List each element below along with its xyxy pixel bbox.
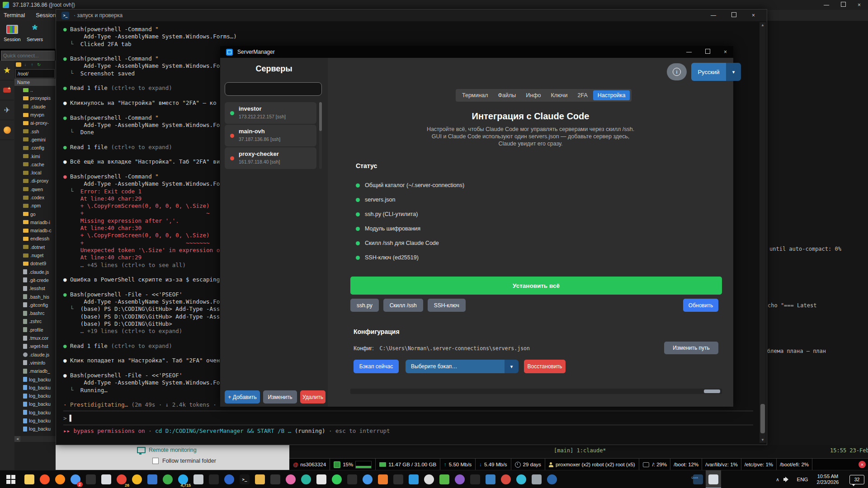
mobaxterm-close-button[interactable]: × bbox=[858, 2, 861, 8]
file-row[interactable]: .qwen bbox=[14, 185, 56, 193]
terminal-close-button[interactable]: × bbox=[752, 12, 755, 19]
taskbar-blue-app-4[interactable] bbox=[483, 470, 498, 488]
file-row[interactable]: log_backu bbox=[14, 375, 56, 383]
servermanager-close-button[interactable]: × bbox=[724, 49, 727, 55]
file-row[interactable]: .kimi bbox=[14, 152, 56, 160]
server-search-input[interactable] bbox=[225, 82, 322, 96]
taskbar-cyan-app[interactable] bbox=[514, 470, 529, 488]
taskbar-dark-app-1[interactable] bbox=[83, 470, 99, 488]
taskbar-green-app-2[interactable] bbox=[437, 470, 452, 488]
config-horizontal-scrollbar[interactable] bbox=[350, 389, 722, 394]
file-row[interactable]: .cache bbox=[14, 160, 56, 169]
edit-server-button[interactable]: Изменить bbox=[263, 390, 297, 404]
file-row[interactable]: .bashrc bbox=[14, 309, 56, 317]
notification-center-icon[interactable]: 32 bbox=[849, 475, 864, 484]
taskbar-chrome[interactable]: 2 bbox=[68, 470, 83, 488]
component-button-Скилл /ssh[interactable]: Скилл /ssh bbox=[383, 299, 423, 312]
scroll-left-arrow[interactable]: ◄ bbox=[14, 436, 20, 442]
taskbar-white-app-2[interactable] bbox=[421, 470, 437, 488]
file-row[interactable]: .config bbox=[14, 144, 56, 152]
file-row[interactable]: go bbox=[14, 210, 56, 218]
file-row[interactable]: dotnet9 bbox=[14, 259, 56, 267]
taskbar-terminal-app[interactable]: >_ bbox=[237, 470, 252, 488]
taskbar-gray-app-1[interactable] bbox=[191, 470, 206, 488]
taskbar-file-explorer[interactable] bbox=[22, 470, 37, 488]
servermanager-maximize-button[interactable] bbox=[705, 49, 710, 54]
taskbar-blue-app-2[interactable] bbox=[222, 470, 237, 488]
restore-button[interactable]: Восстановить bbox=[524, 360, 566, 373]
component-button-ssh.py[interactable]: ssh.py bbox=[350, 299, 379, 312]
file-row[interactable]: .git-crede bbox=[14, 276, 56, 284]
terminal-titlebar[interactable]: >_ · запуск и проверка — × bbox=[56, 9, 767, 21]
servermanager-titlebar[interactable]: ServerManager — × bbox=[220, 46, 733, 58]
file-row[interactable]: myvpn bbox=[14, 111, 56, 119]
terminal-scrollbar[interactable]: ▲ ▼ bbox=[760, 22, 766, 443]
file-row[interactable]: .bash_his bbox=[14, 292, 56, 300]
file-row[interactable]: .ssh bbox=[14, 127, 56, 135]
terminal-scroll-thumb[interactable] bbox=[760, 404, 765, 433]
taskbar-quick-connect-app[interactable]: Quick bbox=[690, 470, 706, 488]
taskbar-pink-app[interactable] bbox=[283, 470, 298, 488]
favorites-button[interactable]: ★ bbox=[0, 61, 14, 80]
follow-terminal-checkbox-row[interactable]: Follow terminal folder bbox=[152, 458, 216, 464]
taskbar-dark-app-6[interactable] bbox=[467, 470, 483, 488]
remote-monitoring-toggle[interactable]: Remote monitoring bbox=[137, 447, 197, 453]
taskbar-whatsapp[interactable] bbox=[329, 470, 344, 488]
taskbar-orange-app[interactable] bbox=[375, 470, 391, 488]
folder-up-icon[interactable] bbox=[16, 62, 21, 67]
taskbar-green-app-1[interactable] bbox=[160, 470, 175, 488]
file-row[interactable]: .wget-hst bbox=[14, 342, 56, 350]
file-row[interactable]: .mariadb_ bbox=[14, 367, 56, 375]
terminal-prompt[interactable]: > ▌ bbox=[63, 413, 753, 422]
tab-2FA[interactable]: 2FA bbox=[573, 90, 592, 100]
file-row[interactable]: log_backu bbox=[14, 425, 56, 433]
file-row[interactable]: .nuget bbox=[14, 251, 56, 259]
refresh-button[interactable]: Обновить bbox=[683, 299, 718, 312]
servermanager-minimize-button[interactable]: — bbox=[686, 49, 692, 55]
follow-terminal-checkbox[interactable] bbox=[152, 458, 159, 464]
upload-icon[interactable]: ↑ bbox=[29, 62, 35, 67]
network-button[interactable] bbox=[0, 120, 14, 140]
sftp-name-header[interactable]: Name bbox=[14, 79, 56, 86]
change-path-button[interactable]: Изменить путь bbox=[664, 342, 718, 354]
server-list-scrollbar[interactable] bbox=[319, 102, 322, 169]
tray-clock[interactable]: 10:55 AM 2/23/2026 bbox=[811, 474, 845, 485]
server-card-proxy-checker[interactable]: proxy-checker161.97.118.40 [ssh] bbox=[225, 147, 316, 169]
file-row[interactable]: proxyapis bbox=[14, 94, 56, 102]
file-row[interactable]: .tmux.cor bbox=[14, 334, 56, 342]
taskbar-blue-app-1[interactable] bbox=[145, 470, 160, 488]
file-row[interactable]: log_backu bbox=[14, 417, 56, 425]
tab-Настройка[interactable]: Настройка bbox=[593, 90, 630, 100]
terminal-minimize-button[interactable]: — bbox=[711, 12, 716, 19]
input-language-indicator[interactable]: ENG bbox=[794, 477, 811, 482]
file-row[interactable]: .codex bbox=[14, 193, 56, 202]
taskbar-folder-app-2[interactable] bbox=[252, 470, 268, 488]
sftp-path-field[interactable]: /root/ bbox=[15, 69, 55, 78]
file-row[interactable]: .profile bbox=[14, 326, 56, 334]
taskbar-dark-app-3[interactable] bbox=[268, 470, 283, 488]
taskbar-writer-app[interactable] bbox=[99, 470, 114, 488]
taskbar-teal-app[interactable] bbox=[298, 470, 314, 488]
taskbar-firefox[interactable] bbox=[52, 470, 68, 488]
menu-terminal[interactable]: Terminal bbox=[4, 12, 25, 19]
about-button[interactable]: i bbox=[667, 63, 687, 80]
server-card-investor[interactable]: investor173.212.212.157 [ssh] bbox=[225, 102, 316, 124]
hidden-icons-chevron[interactable]: ∧ bbox=[772, 477, 783, 483]
backup-now-button[interactable]: Бэкап сейчас bbox=[354, 360, 399, 373]
scroll-up-icon[interactable]: ▲ bbox=[760, 22, 766, 28]
file-row[interactable]: .lesshst bbox=[14, 284, 56, 292]
file-row[interactable]: .gitconfig bbox=[14, 301, 56, 309]
taskbar-blue-app-3[interactable] bbox=[360, 470, 375, 488]
taskbar-chrome-beta[interactable] bbox=[129, 470, 145, 488]
install-all-button[interactable]: Установить всё bbox=[350, 277, 722, 295]
taskbar-active-terminal-app[interactable] bbox=[706, 470, 721, 488]
taskbar-purple-app[interactable] bbox=[452, 470, 467, 488]
language-selector[interactable]: Русский ▾ bbox=[691, 63, 741, 81]
mobaxterm-maximize-button[interactable] bbox=[841, 2, 846, 7]
volume-icon[interactable] bbox=[783, 476, 792, 483]
taskbar-dark-app-4[interactable] bbox=[344, 470, 360, 488]
taskbar-gray-app-2[interactable] bbox=[529, 470, 544, 488]
quick-connect-input[interactable] bbox=[1, 51, 55, 61]
monitoring-close-icon[interactable]: × bbox=[859, 461, 866, 468]
file-row[interactable]: mariadb-i bbox=[14, 218, 56, 226]
